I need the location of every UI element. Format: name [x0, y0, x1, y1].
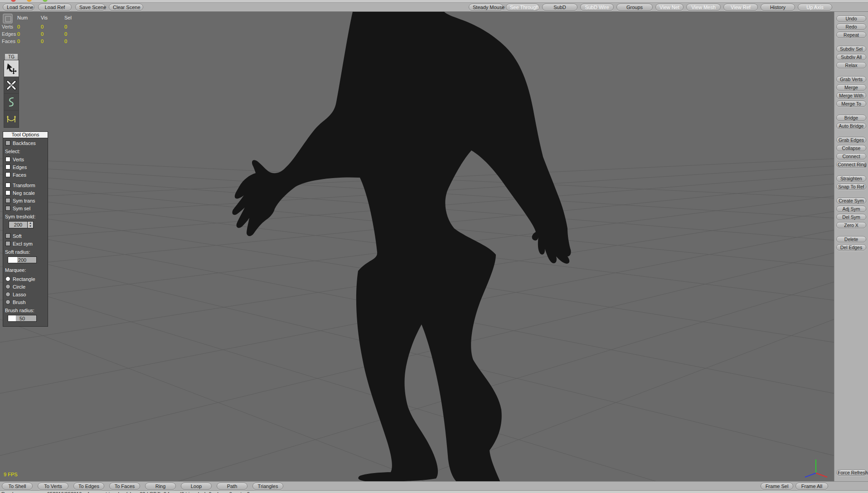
edges-sel: 0 [64, 31, 67, 37]
stats-row-faces: Faces [2, 39, 15, 44]
triangles-button[interactable]: Triangles [252, 483, 283, 490]
tool-palette [4, 60, 19, 128]
connect-ring-button[interactable]: Connect Ring [836, 161, 866, 168]
snap-to-ref-button[interactable]: Snap To Ref [836, 184, 866, 190]
viewport-3d[interactable]: Num Vis Sel Verts 0 0 0 Edges 0 0 0 Face… [0, 12, 834, 481]
top-toolbar: Load Scene Load Ref Save Scene Clear Sce… [0, 3, 868, 12]
select-edges-checkbox[interactable] [5, 164, 10, 169]
tweak-curve-tool[interactable] [4, 94, 19, 111]
path-button[interactable]: Path [217, 483, 247, 490]
axis-gizmo-icon [800, 451, 832, 478]
load-scene-button[interactable]: Load Scene [3, 4, 34, 11]
neg-scale-label: Neg scale [13, 190, 35, 196]
move-select-tool[interactable] [4, 60, 19, 77]
edit-tool[interactable] [4, 77, 19, 94]
ring-button[interactable]: Ring [145, 483, 176, 490]
del-sym-button[interactable]: Del Sym [836, 214, 866, 220]
adj-sym-button[interactable]: Adj Sym [836, 206, 866, 212]
subdiv-sel-button[interactable]: Subdiv Sel [836, 46, 866, 52]
tool-options-title: Tool Options [3, 132, 48, 138]
fps-counter: 9 FPS [4, 472, 18, 477]
relax-button[interactable]: Relax [836, 62, 866, 68]
zero-x-button[interactable]: Zero X [836, 222, 866, 228]
excl-sym-label: Excl sym [13, 241, 33, 246]
collapse-button[interactable]: Collapse [836, 145, 866, 151]
soft-checkbox[interactable] [5, 233, 10, 238]
marquee-brush-label: Brush [13, 300, 26, 305]
minimize-window-icon[interactable] [27, 0, 32, 2]
frame-sel-button[interactable]: Frame Sel [761, 483, 793, 490]
close-window-icon[interactable] [11, 0, 16, 2]
stepper-up-icon[interactable]: ▲ [29, 222, 32, 225]
repeat-button[interactable]: Repeat [836, 32, 866, 38]
subd-wire-toggle[interactable]: SubD Wire [580, 4, 614, 11]
status-mesh-stats-text: 952316/952316 reference triangles (skaar… [47, 491, 259, 493]
del-edges-button[interactable]: Del Edges [836, 244, 866, 251]
select-faces-checkbox[interactable] [5, 172, 10, 177]
marquee-label: Marquee: [5, 267, 48, 273]
up-axis-toggle[interactable]: Up Axis [798, 4, 832, 11]
undo-button[interactable]: Undo [836, 15, 866, 22]
load-ref-button[interactable]: Load Ref [38, 4, 72, 11]
force-refresh-button[interactable]: Force Refresh [836, 469, 867, 476]
sym-treshold-stepper[interactable]: ▲▼ [28, 221, 34, 228]
soft-radius-slider[interactable]: 200 [8, 256, 37, 263]
view-mesh-toggle[interactable]: View Mesh [686, 4, 721, 11]
connect-button[interactable]: Connect [836, 153, 866, 160]
soft-label: Soft [13, 233, 22, 239]
status-bar: Ready... 952316/952316 reference triangl… [0, 490, 868, 493]
marquee-circle-radio[interactable] [5, 284, 10, 289]
sym-sel-checkbox[interactable] [5, 206, 10, 211]
save-scene-button[interactable]: Save Scene [75, 4, 105, 11]
excl-sym-checkbox[interactable] [5, 241, 10, 246]
history-button[interactable]: History [761, 4, 795, 11]
merge-to-button[interactable]: Merge To [836, 101, 866, 107]
neg-scale-checkbox[interactable] [5, 190, 10, 195]
bridge-tool[interactable] [4, 111, 19, 127]
frame-all-button[interactable]: Frame All [795, 483, 828, 490]
see-through-toggle[interactable]: See Through [506, 4, 539, 11]
sym-trans-checkbox[interactable] [5, 198, 10, 203]
to-faces-button[interactable]: To Faces [109, 483, 140, 490]
clear-scene-button[interactable]: Clear Scene [109, 4, 143, 11]
marquee-rectangle-radio[interactable] [5, 276, 10, 281]
auto-bridge-button[interactable]: Auto Bridge [836, 123, 866, 129]
groups-toggle[interactable]: Groups [616, 4, 653, 11]
steady-mouse-toggle[interactable]: Steady Mouse [469, 4, 503, 11]
marquee-circle-label: Circle [13, 284, 25, 290]
marquee-brush-radio[interactable] [5, 300, 10, 304]
transform-checkbox[interactable] [5, 183, 10, 188]
redo-button[interactable]: Redo [836, 24, 866, 30]
marquee-lasso-radio[interactable] [5, 292, 10, 297]
subdiv-all-button[interactable]: Subdiv All [836, 54, 866, 60]
stepper-down-icon[interactable]: ▼ [29, 225, 32, 228]
tab-tg[interactable]: TG [5, 53, 18, 60]
faces-num: 0 [17, 39, 20, 44]
soft-radius-label: Soft radius: [5, 249, 48, 255]
to-edges-button[interactable]: To Edges [73, 483, 104, 490]
backfaces-checkbox[interactable] [5, 140, 10, 145]
curve-s-icon [6, 97, 17, 107]
to-shell-button[interactable]: To Shell [2, 483, 33, 490]
mesh-stats-panel: Num Vis Sel Verts 0 0 0 Edges 0 0 0 Face… [0, 12, 86, 57]
zoom-window-icon[interactable] [43, 0, 48, 2]
grab-edges-button[interactable]: Grab Edges [836, 137, 866, 143]
select-verts-checkbox[interactable] [5, 157, 10, 162]
view-net-toggle[interactable]: View Net [655, 4, 684, 11]
straighten-button[interactable]: Straighten [836, 175, 866, 182]
brush-radius-slider[interactable]: 50 [8, 315, 37, 322]
delete-button[interactable]: Delete [836, 236, 866, 242]
loop-button[interactable]: Loop [181, 483, 212, 490]
grab-verts-button[interactable]: Grab Verts [836, 76, 866, 82]
sym-trans-label: Sym trans [13, 198, 35, 203]
sym-treshold-input[interactable]: 200 [9, 221, 28, 228]
merge-with-button[interactable]: Merge With [836, 92, 866, 99]
bottom-toolbar: To Shell To Verts To Edges To Faces Ring… [0, 481, 868, 490]
subd-toggle[interactable]: SubD [542, 4, 577, 11]
merge-button[interactable]: Merge [836, 84, 866, 91]
to-verts-button[interactable]: To Verts [38, 483, 68, 490]
bridge-button[interactable]: Bridge [836, 115, 866, 121]
view-ref-toggle[interactable]: View Ref [723, 4, 758, 11]
soft-radius-value: 200 [8, 257, 36, 263]
create-sym-button[interactable]: Create Sym [836, 198, 866, 204]
